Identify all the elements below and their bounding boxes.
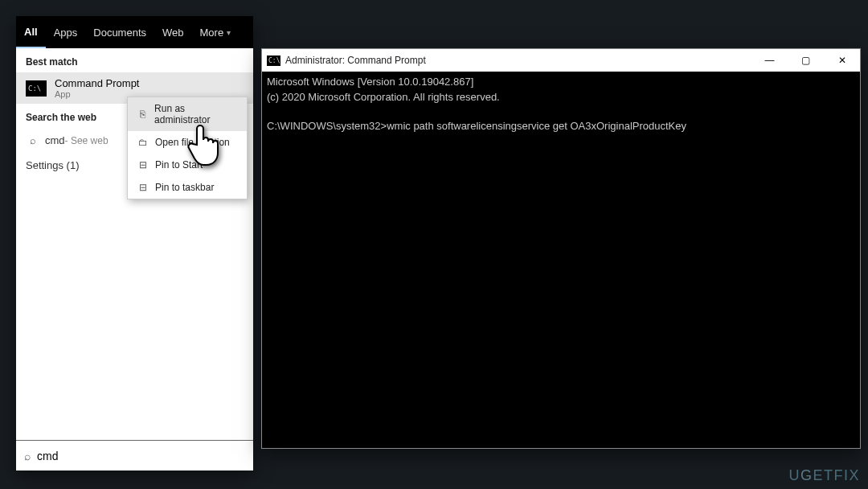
terminal-body[interactable]: Microsoft Windows [Version 10.0.19042.86… (262, 72, 860, 448)
ctx-pin-to-taskbar[interactable]: ⊟ Pin to taskbar (128, 176, 247, 199)
close-button[interactable]: ✕ (824, 49, 860, 72)
minimize-button[interactable]: — (751, 49, 788, 72)
search-icon: ⌕ (26, 134, 40, 146)
cursor-hand-icon (186, 121, 223, 167)
tab-documents[interactable]: Documents (85, 16, 154, 48)
terminal-prompt: C:\WINDOWS\system32> (267, 120, 387, 132)
best-match-header: Best match (16, 48, 253, 72)
start-search-panel: All Apps Documents Web More ▾ Best match… (16, 16, 253, 471)
title-bar[interactable]: C:\ Administrator: Command Prompt — ▢ ✕ (262, 49, 860, 72)
command-prompt-window: C:\ Administrator: Command Prompt — ▢ ✕ … (261, 48, 861, 449)
pin-icon: ⊟ (136, 182, 150, 193)
pin-icon: ⊟ (136, 159, 150, 171)
web-hint: - See web (65, 135, 108, 146)
search-icon: ⌕ (24, 450, 31, 462)
search-input-value: cmd (37, 450, 58, 462)
tab-more[interactable]: More ▾ (192, 16, 240, 48)
maximize-button[interactable]: ▢ (788, 49, 824, 72)
terminal-line: (c) 2020 Microsoft Corporation. All righ… (267, 91, 500, 103)
web-query-text: cmd (45, 134, 65, 146)
search-input[interactable]: ⌕ cmd (16, 440, 253, 471)
search-tabs: All Apps Documents Web More ▾ (16, 16, 253, 48)
terminal-command: wmic path softwarelicensingservice get O… (387, 120, 686, 132)
tab-more-label: More (200, 27, 224, 39)
chevron-down-icon: ▾ (227, 28, 231, 37)
tab-web[interactable]: Web (154, 16, 192, 48)
terminal-line: Microsoft Windows [Version 10.0.19042.86… (267, 76, 473, 88)
ctx-label: Pin to taskbar (155, 182, 214, 193)
best-match-title: Command Prompt (55, 77, 139, 89)
watermark: UGETFIX (788, 467, 860, 484)
tab-all[interactable]: All (16, 16, 46, 48)
tab-apps[interactable]: Apps (46, 16, 86, 48)
command-prompt-icon: C:\ (267, 55, 280, 66)
command-prompt-icon: C:\ (26, 80, 47, 97)
window-title: Administrator: Command Prompt (285, 55, 426, 66)
admin-icon: ⎘ (136, 109, 149, 120)
folder-icon: 🗀 (136, 137, 150, 148)
